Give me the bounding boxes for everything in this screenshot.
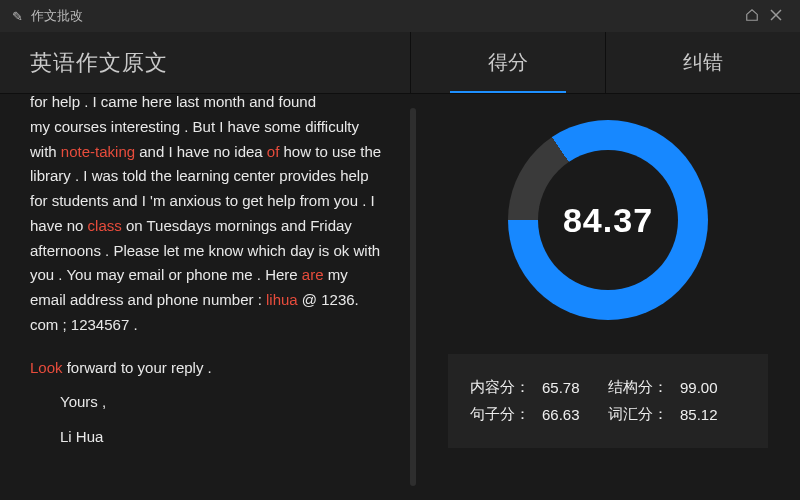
error-word[interactable]: Look	[30, 359, 63, 376]
subscore-value: 85.12	[680, 406, 718, 423]
essay-text-frag: my courses interesting . But I have some	[30, 118, 301, 135]
score-donut: 84.37	[508, 120, 708, 320]
subscore-sentence: 句子分： 66.63	[470, 405, 608, 424]
main: for help . I came here last month and fo…	[0, 94, 800, 500]
tab-score[interactable]: 得分	[410, 32, 605, 93]
home-button[interactable]	[740, 8, 764, 25]
score-pane: 84.37 内容分： 65.78 结构分： 99.00 句子分： 66.63	[416, 94, 800, 500]
subscore-structure: 结构分： 99.00	[608, 378, 746, 397]
signature-line: Yours ,	[30, 390, 386, 415]
error-word[interactable]: class	[88, 217, 122, 234]
close-icon	[770, 9, 782, 21]
subscore-vocab: 词汇分： 85.12	[608, 405, 746, 424]
home-icon	[745, 8, 759, 22]
subscore-label: 句子分：	[470, 405, 530, 424]
subscore-value: 65.78	[542, 379, 580, 396]
essay-text-frag: and I have no idea	[135, 143, 267, 160]
essay-source-title: 英语作文原文	[0, 48, 410, 78]
essay-text-frag: forward to your reply .	[63, 359, 212, 376]
tab-corrections[interactable]: 纠错	[605, 32, 800, 93]
subscore-content: 内容分： 65.78	[470, 378, 608, 397]
close-button[interactable]	[764, 8, 788, 24]
error-word[interactable]: lihua	[266, 291, 298, 308]
titlebar: ✎ 作文批改	[0, 0, 800, 32]
error-word[interactable]: note-taking	[61, 143, 135, 160]
window-title: 作文批改	[31, 7, 83, 25]
essay-text: for help . I came here last month and fo…	[0, 94, 410, 500]
subscores-panel: 内容分： 65.78 结构分： 99.00 句子分： 66.63 词汇分： 85…	[448, 354, 768, 448]
essay-line: for help . I came here last month and fo…	[30, 94, 386, 115]
pencil-icon: ✎	[12, 9, 23, 24]
total-score: 84.37	[563, 201, 653, 240]
error-word[interactable]: of	[267, 143, 280, 160]
subscore-label: 词汇分：	[608, 405, 668, 424]
header: 英语作文原文 得分 纠错	[0, 32, 800, 94]
tabs: 得分 纠错	[410, 32, 800, 93]
subscore-value: 99.00	[680, 379, 718, 396]
signature-line: Li Hua	[30, 425, 386, 450]
subscore-label: 结构分：	[608, 378, 668, 397]
subscore-label: 内容分：	[470, 378, 530, 397]
error-word[interactable]: are	[302, 266, 324, 283]
subscore-value: 66.63	[542, 406, 580, 423]
